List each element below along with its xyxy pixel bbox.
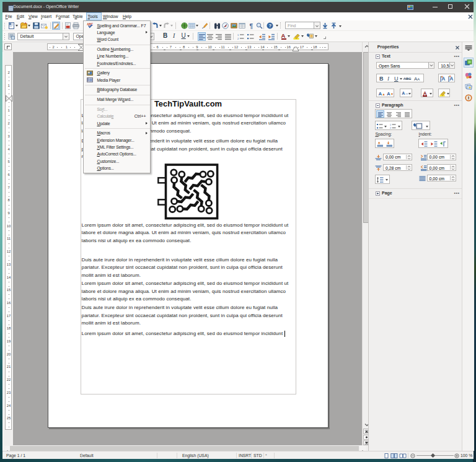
svg-text:2: 2 <box>237 37 239 40</box>
svg-text:ABC: ABC <box>87 23 94 26</box>
svg-text:¶: ¶ <box>249 22 253 29</box>
svg-text:?: ? <box>268 23 271 28</box>
svg-text:1: 1 <box>390 124 391 126</box>
svg-text:1: 1 <box>237 33 239 37</box>
svg-text:2: 2 <box>390 127 391 129</box>
